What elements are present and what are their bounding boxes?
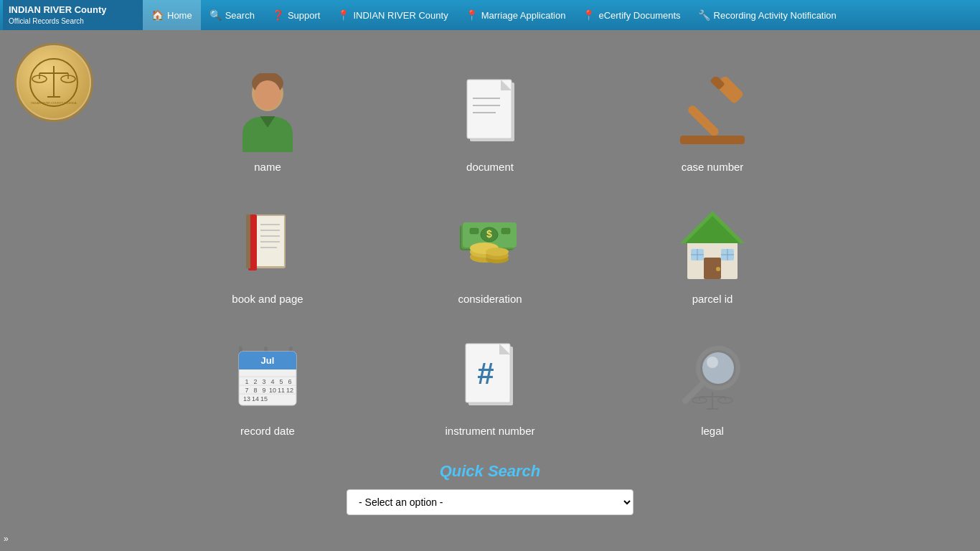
svg-text:13: 13 <box>243 395 250 402</box>
instrument-number-label: instrument number <box>445 425 534 437</box>
svg-text:4: 4 <box>270 378 274 385</box>
grid-item-name[interactable]: name <box>167 59 368 184</box>
brand-title: INDIAN RIVER County <box>9 4 137 17</box>
svg-text:14: 14 <box>252 395 259 402</box>
svg-rect-37 <box>470 228 479 234</box>
book-and-page-icon <box>228 205 307 284</box>
quick-search-title: Quick Search <box>440 462 541 481</box>
svg-text:#: # <box>477 357 494 390</box>
name-label: name <box>254 161 281 173</box>
county-seal: INDIAN RIVER COUNTY FLORIDA <box>14 43 93 122</box>
nav-item-county[interactable]: 📍 INDIAN RIVER County <box>329 0 456 30</box>
svg-text:10: 10 <box>269 387 276 394</box>
svg-text:3: 3 <box>262 378 265 385</box>
main-content: name document <box>0 30 980 537</box>
support-icon: ❓ <box>272 9 284 21</box>
nav-item-search[interactable]: 🔍 Search <box>201 0 263 30</box>
home-icon: 🏠 <box>151 9 164 21</box>
seal-svg: INDIAN RIVER COUNTY FLORIDA <box>29 57 79 108</box>
svg-text:6: 6 <box>288 378 291 385</box>
name-icon <box>228 73 307 152</box>
svg-point-11 <box>255 80 281 109</box>
legal-label: legal <box>701 425 724 437</box>
brand-subtitle: Official Records Search <box>9 17 137 26</box>
nav-item-home[interactable]: 🏠 Home <box>143 0 201 30</box>
svg-point-44 <box>486 248 509 256</box>
svg-text:7: 7 <box>245 387 248 394</box>
seal-inner: INDIAN RIVER COUNTY FLORIDA <box>18 47 90 118</box>
svg-text:11: 11 <box>278 387 285 394</box>
grid-item-parcel-id[interactable]: parcel id <box>612 191 813 316</box>
svg-text:12: 12 <box>286 387 293 394</box>
book-and-page-label: book and page <box>232 293 303 305</box>
case-number-label: case number <box>682 161 744 173</box>
document-icon <box>451 73 529 152</box>
svg-point-87 <box>707 357 718 368</box>
record-date-icon: Jul 1 2 3 4 5 6 7 8 9 10 11 <box>228 337 307 416</box>
quick-search-section: Quick Search - Select an option -Name Se… <box>14 462 966 515</box>
svg-text:5: 5 <box>279 378 283 385</box>
nav-brand: INDIAN RIVER County Official Records Sea… <box>3 0 143 30</box>
svg-text:INDIAN RIVER COUNTY FLORIDA: INDIAN RIVER COUNTY FLORIDA <box>31 101 77 105</box>
svg-rect-22 <box>680 136 745 144</box>
nav-item-marriage[interactable]: 📍 Marriage Application <box>457 0 575 30</box>
grid-item-instrument-number[interactable]: # instrument number <box>390 323 590 448</box>
county-pin-icon: 📍 <box>337 9 349 21</box>
search-icon: 🔍 <box>209 9 222 21</box>
grid-item-document[interactable]: document <box>390 59 590 184</box>
search-grid: name document <box>167 59 813 448</box>
bottom-nav-arrow: » <box>4 534 9 544</box>
case-number-icon <box>673 73 752 152</box>
consideration-label: consideration <box>458 293 522 305</box>
svg-rect-21 <box>687 104 720 138</box>
svg-text:1: 1 <box>245 378 248 385</box>
document-label: document <box>466 161 514 173</box>
svg-text:2: 2 <box>253 378 257 385</box>
ecertify-pin-icon: 📍 <box>583 9 595 21</box>
nav-items: 🏠 Home 🔍 Search ❓ Support 📍 INDIAN RIVER… <box>143 0 977 30</box>
navbar: INDIAN RIVER County Official Records Sea… <box>0 0 980 30</box>
quick-search-select[interactable]: - Select an option -Name SearchDocument … <box>347 489 633 515</box>
nav-item-ecertify[interactable]: 📍 eCertify Documents <box>574 0 689 30</box>
svg-rect-38 <box>501 228 510 234</box>
svg-text:Jul: Jul <box>261 355 275 366</box>
grid-item-consideration[interactable]: $ consideration <box>390 191 590 316</box>
grid-item-case-number[interactable]: case number <box>612 59 813 184</box>
svg-text:8: 8 <box>253 387 257 394</box>
logo-container: INDIAN RIVER COUNTY FLORIDA <box>14 43 93 122</box>
grid-item-legal[interactable]: legal <box>612 323 813 448</box>
instrument-number-icon: # <box>451 337 529 416</box>
record-date-label: record date <box>240 425 295 437</box>
grid-item-record-date[interactable]: Jul 1 2 3 4 5 6 7 8 9 10 11 <box>167 323 368 448</box>
svg-text:9: 9 <box>262 387 265 394</box>
legal-icon <box>673 337 752 416</box>
grid-item-book-and-page[interactable]: book and page <box>167 191 368 316</box>
parcel-id-icon <box>673 205 752 284</box>
svg-point-86 <box>702 352 734 384</box>
nav-item-support[interactable]: ❓ Support <box>263 0 329 30</box>
svg-point-49 <box>716 267 720 271</box>
svg-text:15: 15 <box>260 395 268 402</box>
parcel-id-label: parcel id <box>692 293 733 305</box>
svg-marker-47 <box>685 216 740 243</box>
svg-text:$: $ <box>486 228 492 240</box>
nav-item-recording[interactable]: 🔧 Recording Activity Notification <box>689 0 845 30</box>
consideration-icon: $ <box>451 205 529 284</box>
svg-rect-31 <box>246 215 250 268</box>
recording-wrench-icon: 🔧 <box>698 9 710 21</box>
marriage-pin-icon: 📍 <box>466 9 478 21</box>
